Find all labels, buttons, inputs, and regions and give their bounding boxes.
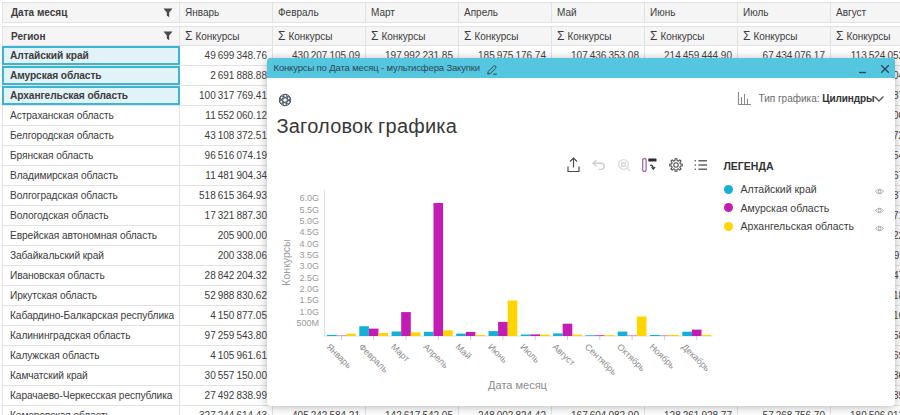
svg-text:3.0G: 3.0G — [299, 261, 319, 271]
svg-text:Конкурсы: Конкурсы — [280, 239, 292, 285]
svg-text:1.5G: 1.5G — [299, 295, 319, 305]
svg-text:Октябрь: Октябрь — [615, 341, 647, 373]
svg-text:4.5G: 4.5G — [299, 227, 319, 237]
svg-text:4.0G: 4.0G — [299, 238, 319, 248]
svg-text:Август: Август — [550, 341, 576, 367]
svg-text:Ноябрь: Ноябрь — [647, 341, 677, 370]
svg-text:Дата месяц: Дата месяц — [488, 379, 548, 391]
svg-text:Июнь: Июнь — [486, 341, 510, 364]
svg-text:Март: Март — [389, 341, 411, 363]
svg-text:Май: Май — [453, 341, 473, 360]
svg-text:6.0G: 6.0G — [299, 193, 319, 203]
svg-text:2.0G: 2.0G — [299, 284, 319, 294]
svg-text:Февраль: Февраль — [356, 341, 389, 374]
svg-text:3.5G: 3.5G — [299, 250, 319, 260]
svg-text:Январь: Январь — [324, 341, 353, 370]
svg-text:Декабрь: Декабрь — [679, 341, 711, 373]
svg-text:5.0G: 5.0G — [299, 215, 319, 225]
svg-text:5.5G: 5.5G — [299, 204, 319, 214]
svg-text:Сентябрь: Сентябрь — [582, 341, 618, 376]
svg-text:2.5G: 2.5G — [299, 272, 319, 282]
svg-text:500M: 500M — [296, 318, 319, 328]
svg-text:Июль: Июль — [518, 341, 542, 364]
svg-text:1.0G: 1.0G — [299, 306, 319, 316]
svg-text:Апрель: Апрель — [421, 341, 450, 370]
